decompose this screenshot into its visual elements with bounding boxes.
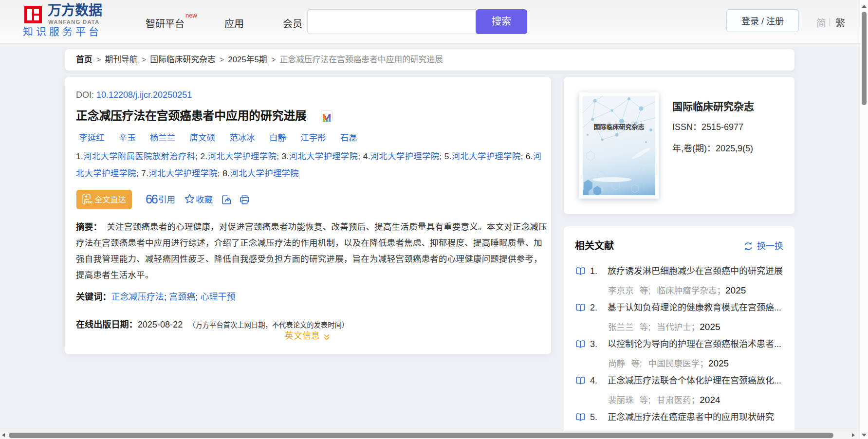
svg-text:free: free — [84, 199, 92, 204]
